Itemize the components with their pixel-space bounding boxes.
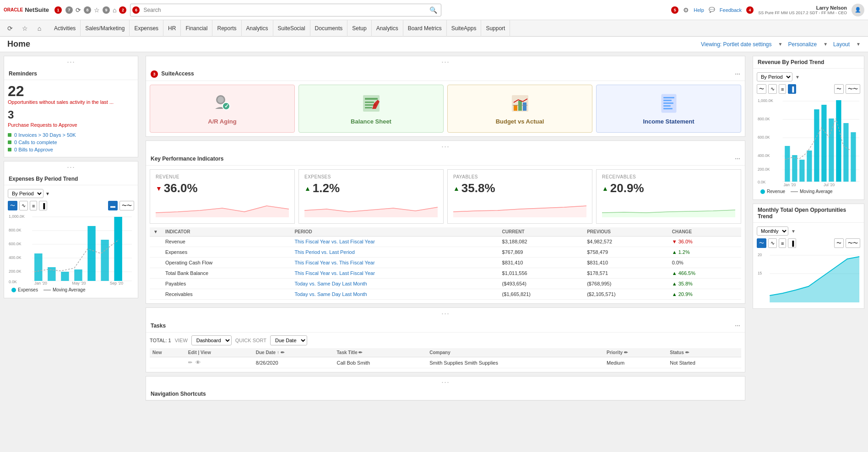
- reminders-drag-handle[interactable]: ···: [4, 56, 138, 68]
- search-button[interactable]: 🔍: [426, 6, 441, 14]
- kpi-row-previous-2: $831,410: [583, 258, 668, 268]
- nav-activities[interactable]: Activities: [49, 20, 81, 37]
- reminder-bills-link[interactable]: 0 Bills to Approve: [14, 147, 53, 152]
- monthly-opp-table-btn[interactable]: ≡: [779, 238, 786, 248]
- nav-shortcuts-drag-handle[interactable]: ···: [146, 377, 745, 388]
- monthly-opp-bar-btn[interactable]: ▐: [788, 238, 796, 248]
- nav-reports[interactable]: Reports: [212, 20, 241, 37]
- revenue-table-btn[interactable]: ≡: [779, 84, 786, 94]
- reminder-link-2[interactable]: Purchase Requests to Approve: [8, 122, 134, 128]
- nav-setup[interactable]: Setup: [347, 20, 371, 37]
- tasks-dots: ···: [735, 322, 740, 329]
- svg-rect-38: [663, 100, 672, 101]
- revenue-style-btn2[interactable]: 〜〜: [846, 84, 860, 94]
- kpi-label-revenue: REVENUE: [156, 174, 289, 179]
- suite-card-budget-vs-actual[interactable]: Budget vs Actual: [447, 85, 592, 133]
- revenue-period-dropdown[interactable]: By Period: [757, 72, 792, 81]
- suite-card-income-statement[interactable]: Income Statement: [596, 85, 741, 133]
- portlet-date-settings-link[interactable]: Viewing: Portlet date settings: [701, 41, 772, 48]
- svg-text:200.0K: 200.0K: [9, 269, 22, 274]
- tasks-view-dropdown[interactable]: Dashboard: [191, 335, 232, 345]
- monthly-opp-style-btn2[interactable]: 〜〜: [846, 238, 860, 248]
- nav-board-metrics[interactable]: Board Metrics: [403, 20, 447, 37]
- search-input[interactable]: [140, 7, 426, 13]
- expenses-area-chart-btn[interactable]: 〜: [8, 201, 17, 210]
- star-icon[interactable]: ☆: [94, 6, 100, 14]
- tasks-col-due-date[interactable]: Due Date ↑ ✏: [253, 348, 334, 357]
- feedback-link[interactable]: Feedback: [720, 7, 742, 13]
- reminder-invoices-link[interactable]: 0 Invoices > 30 Days > 50K: [14, 132, 76, 138]
- budget-vs-actual-label: Budget vs Actual: [496, 118, 544, 125]
- nav-home-icon[interactable]: ⌂: [33, 22, 46, 35]
- kpi-row-previous-3: $178,571: [583, 268, 668, 279]
- nav-support[interactable]: Support: [481, 20, 510, 37]
- refresh-icon[interactable]: ⟳: [76, 6, 81, 14]
- svg-rect-63: [821, 105, 826, 182]
- monthly-opp-header: Monthly Total Open Opportunities Trend: [753, 204, 864, 223]
- layout-link[interactable]: Layout: [833, 41, 850, 48]
- task-edit-icon[interactable]: ✏: [188, 360, 192, 365]
- revenue-style-btn1[interactable]: 〜: [834, 84, 844, 94]
- reminder-link-1[interactable]: Opportunities without sales activity in …: [8, 99, 134, 105]
- monthly-opp-area-btn[interactable]: 〜: [757, 238, 766, 248]
- expenses-drag-handle[interactable]: ···: [4, 161, 138, 173]
- kpi-col-indicator: INDICATOR: [162, 227, 291, 237]
- suite-card-ar-aging[interactable]: ✓ A/R Aging: [150, 85, 295, 133]
- nav-analytics2[interactable]: Analytics: [372, 20, 403, 37]
- expenses-chart-style-btn2[interactable]: 〜〜: [119, 201, 134, 210]
- help-link[interactable]: Help: [694, 7, 704, 13]
- nav-suitesocial[interactable]: SuiteSocial: [273, 20, 310, 37]
- revenue-area-btn[interactable]: 〜: [757, 84, 766, 94]
- monthly-opp-dropdown[interactable]: Monthly: [757, 226, 788, 236]
- kpi-table-row: Payables Today vs. Same Day Last Month (…: [150, 279, 741, 289]
- expenses-bar-chart-btn[interactable]: ▐: [39, 201, 47, 210]
- nav-financial[interactable]: Financial: [181, 20, 212, 37]
- kpi-col-period: PERIOD: [291, 227, 498, 237]
- tasks-quicksort-dropdown[interactable]: Due Date: [270, 335, 307, 345]
- kpi-row-indicator-0: Revenue: [162, 237, 291, 247]
- nav-expenses[interactable]: Expenses: [130, 20, 163, 37]
- kpi-row-change-4: ▲ 35.8%: [668, 279, 741, 289]
- receivables-sparkline: [602, 199, 735, 217]
- monthly-opp-style-btn1[interactable]: 〜: [834, 238, 844, 248]
- monthly-opp-portlet: Monthly Total Open Opportunities Trend M…: [753, 204, 864, 309]
- revenue-line-btn[interactable]: ∿: [768, 84, 777, 94]
- personalize-link[interactable]: Personalize: [788, 41, 817, 48]
- svg-rect-33: [518, 101, 522, 111]
- svg-rect-67: [851, 132, 856, 182]
- expenses-table-btn[interactable]: ≡: [30, 201, 37, 210]
- kpi-toggle-btn[interactable]: ▼: [153, 229, 158, 234]
- expenses-period-dropdown[interactable]: By Period: [8, 189, 43, 198]
- kpi-drag-handle[interactable]: ···: [146, 141, 745, 152]
- home-icon[interactable]: ⌂: [113, 6, 116, 14]
- kpi-row-previous-4: ($768,995): [583, 279, 668, 289]
- dropdown-caret: ▼: [45, 191, 50, 196]
- nav-suiteapps[interactable]: SuiteApps: [447, 20, 482, 37]
- nav-refresh-icon[interactable]: ⟳: [4, 22, 16, 35]
- monthly-opp-chart-type-controls: 〜 ∿ ≡ ▐ 〜 〜〜: [757, 238, 860, 248]
- tasks-col-status[interactable]: Status ✏: [667, 348, 741, 357]
- tasks-col-title[interactable]: Task Title ✏: [334, 348, 427, 357]
- revenue-moving-line: [791, 191, 798, 192]
- expenses-line-chart-btn[interactable]: ∿: [19, 201, 28, 210]
- revenue-bar-btn[interactable]: ▐: [788, 84, 796, 94]
- nav-sales-marketing[interactable]: Sales/Marketing: [81, 20, 130, 37]
- revenue-legend-dot: [760, 189, 765, 194]
- reminder-calls-link[interactable]: 0 Calls to complete: [14, 140, 57, 145]
- nav-hr[interactable]: HR: [163, 20, 181, 37]
- settings-icon[interactable]: ⚙: [683, 6, 689, 14]
- kpi-table-row: Revenue This Fiscal Year vs. Last Fiscal…: [150, 237, 741, 247]
- tasks-edit-icon-title: ✏: [358, 350, 362, 355]
- nav-documents[interactable]: Documents: [310, 20, 348, 37]
- expenses-trend-portlet: ··· Expenses By Period Trend By Period ▼…: [4, 161, 138, 298]
- nav-star-icon[interactable]: ☆: [18, 22, 31, 35]
- suite-card-balance-sheet[interactable]: Balance Sheet: [298, 85, 444, 133]
- kpi-row-indicator-4: Payables: [162, 279, 291, 289]
- expenses-chart-style-btn1[interactable]: ▬: [108, 201, 118, 210]
- tasks-drag-handle[interactable]: ···: [146, 308, 745, 319]
- tasks-col-priority[interactable]: Priority ✏: [604, 348, 667, 357]
- task-view-icon[interactable]: 👁: [195, 360, 201, 365]
- monthly-opp-line-btn[interactable]: ∿: [768, 238, 777, 248]
- nav-analytics[interactable]: Analytics: [242, 20, 273, 37]
- suite-access-drag-handle[interactable]: ···: [146, 56, 745, 68]
